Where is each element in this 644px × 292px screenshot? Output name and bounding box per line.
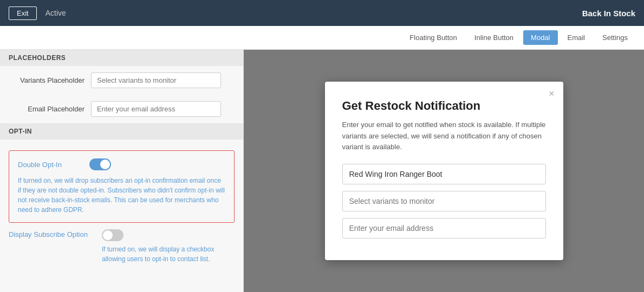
variants-placeholder-row: Variants Placeholder	[0, 66, 243, 95]
tab-inline-button[interactable]: Inline Button	[467, 30, 521, 45]
email-placeholder-input[interactable]	[91, 101, 221, 117]
modal-card: × Get Restock Notification Enter your em…	[325, 82, 563, 260]
display-subscribe-row: Display Subscribe Option If turned on, w…	[9, 229, 235, 264]
optin-section: Double Opt-In If turned on, we will drop…	[0, 140, 243, 270]
modal-variants-field[interactable]	[342, 191, 546, 211]
top-bar: Exit Active Back In Stock	[0, 0, 644, 26]
left-panel: PLACEHOLDERS Variants Placeholder Email …	[0, 50, 244, 292]
modal-description: Enter your email to get notified when st…	[342, 120, 546, 153]
top-bar-left: Exit Active	[9, 6, 66, 20]
double-optin-description: If turned on, we will drop subscribers a…	[18, 176, 225, 215]
exit-button[interactable]: Exit	[9, 6, 37, 20]
double-optin-row: Double Opt-In	[18, 158, 225, 170]
nav-tabs: Floating Button Inline Button Modal Emai…	[0, 26, 644, 50]
double-optin-label: Double Opt-In	[18, 161, 83, 169]
variants-placeholder-label: Variants Placeholder	[9, 76, 84, 84]
tab-settings[interactable]: Settings	[595, 30, 635, 45]
optin-box: Double Opt-In If turned on, we will drop…	[9, 150, 235, 223]
email-placeholder-label: Email Placeholder	[9, 105, 84, 113]
optin-section-header: OPT-IN	[0, 123, 243, 140]
display-subscribe-toggle[interactable]	[102, 229, 123, 241]
double-optin-toggle[interactable]	[89, 158, 111, 170]
email-placeholder-row: Email Placeholder	[0, 95, 243, 123]
variants-placeholder-input[interactable]	[91, 72, 221, 88]
placeholders-section-header: PLACEHOLDERS	[0, 50, 243, 66]
modal-email-field[interactable]	[342, 218, 546, 238]
tab-modal[interactable]: Modal	[523, 30, 557, 45]
display-subscribe-label: Display Subscribe Option	[9, 229, 95, 238]
right-panel: × Get Restock Notification Enter your em…	[244, 50, 644, 292]
subscribe-right: If turned on, we will display a checkbox…	[102, 229, 235, 264]
display-subscribe-description: If turned on, we will display a checkbox…	[102, 244, 235, 264]
modal-title: Get Restock Notification	[342, 99, 546, 113]
active-label: Active	[45, 9, 66, 17]
tab-floating-button[interactable]: Floating Button	[402, 30, 464, 45]
modal-close-button[interactable]: ×	[549, 88, 555, 99]
tab-email[interactable]: Email	[560, 30, 593, 45]
modal-product-name-field[interactable]	[342, 164, 546, 184]
app-title: Back In Stock	[582, 9, 635, 18]
main-layout: PLACEHOLDERS Variants Placeholder Email …	[0, 50, 644, 292]
